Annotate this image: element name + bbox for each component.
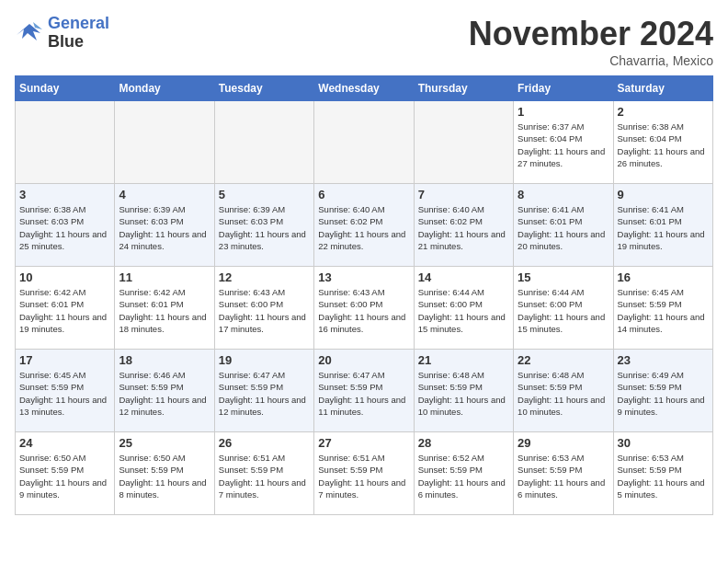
day-info: Sunrise: 6:39 AM Sunset: 6:03 PM Dayligh… [219, 203, 310, 252]
logo-text: General Blue [48, 15, 109, 52]
day-info: Sunrise: 6:42 AM Sunset: 6:01 PM Dayligh… [19, 286, 110, 335]
day-number: 11 [119, 270, 210, 284]
header-thursday: Thursday [414, 76, 513, 101]
header-wednesday: Wednesday [314, 76, 414, 101]
calendar-cell: 23Sunrise: 6:49 AM Sunset: 5:59 PM Dayli… [613, 350, 712, 432]
day-number: 14 [418, 270, 509, 284]
calendar-cell [214, 101, 313, 184]
calendar-cell: 30Sunrise: 6:53 AM Sunset: 5:59 PM Dayli… [613, 432, 712, 515]
calendar-cell: 25Sunrise: 6:50 AM Sunset: 5:59 PM Dayli… [115, 432, 214, 515]
calendar-week-row: 24Sunrise: 6:50 AM Sunset: 5:59 PM Dayli… [16, 432, 713, 515]
header-friday: Friday [514, 76, 613, 101]
calendar-cell [414, 101, 513, 184]
day-number: 3 [19, 188, 110, 201]
day-number: 22 [518, 353, 609, 367]
logo-icon [15, 20, 44, 46]
day-number: 9 [618, 188, 709, 201]
calendar-cell: 26Sunrise: 6:51 AM Sunset: 5:59 PM Dayli… [214, 432, 313, 515]
day-info: Sunrise: 6:50 AM Sunset: 5:59 PM Dayligh… [19, 452, 110, 500]
day-number: 10 [19, 270, 110, 284]
day-info: Sunrise: 6:40 AM Sunset: 6:02 PM Dayligh… [318, 203, 409, 252]
day-number: 13 [318, 270, 409, 284]
calendar-week-row: 1Sunrise: 6:37 AM Sunset: 6:04 PM Daylig… [16, 101, 713, 184]
day-info: Sunrise: 6:40 AM Sunset: 6:02 PM Dayligh… [418, 203, 509, 252]
calendar-cell: 28Sunrise: 6:52 AM Sunset: 5:59 PM Dayli… [414, 432, 513, 515]
calendar-cell: 1Sunrise: 6:37 AM Sunset: 6:04 PM Daylig… [514, 101, 613, 184]
calendar-cell: 22Sunrise: 6:48 AM Sunset: 5:59 PM Dayli… [514, 350, 613, 432]
day-number: 18 [119, 353, 210, 367]
day-number: 5 [219, 188, 310, 201]
calendar-table: SundayMondayTuesdayWednesdayThursdayFrid… [15, 75, 713, 515]
calendar-week-row: 17Sunrise: 6:45 AM Sunset: 5:59 PM Dayli… [16, 350, 713, 432]
day-number: 6 [318, 188, 409, 201]
day-info: Sunrise: 6:37 AM Sunset: 6:04 PM Dayligh… [518, 121, 609, 169]
calendar-week-row: 10Sunrise: 6:42 AM Sunset: 6:01 PM Dayli… [16, 267, 713, 350]
day-number: 17 [19, 353, 110, 367]
calendar-week-row: 3Sunrise: 6:38 AM Sunset: 6:03 PM Daylig… [16, 184, 713, 267]
day-info: Sunrise: 6:39 AM Sunset: 6:03 PM Dayligh… [119, 203, 210, 252]
day-number: 23 [618, 353, 709, 367]
header-saturday: Saturday [613, 76, 712, 101]
calendar-cell: 18Sunrise: 6:46 AM Sunset: 5:59 PM Dayli… [115, 350, 214, 432]
page-header: General Blue November 2024 Chavarria, Me… [15, 15, 713, 68]
month-title: November 2024 [469, 15, 713, 53]
calendar-cell: 12Sunrise: 6:43 AM Sunset: 6:00 PM Dayli… [214, 267, 313, 350]
calendar-cell: 9Sunrise: 6:41 AM Sunset: 6:01 PM Daylig… [613, 184, 712, 267]
day-info: Sunrise: 6:43 AM Sunset: 6:00 PM Dayligh… [219, 286, 310, 335]
day-number: 2 [618, 105, 709, 119]
calendar-cell: 8Sunrise: 6:41 AM Sunset: 6:01 PM Daylig… [514, 184, 613, 267]
day-number: 4 [119, 188, 210, 201]
header-monday: Monday [115, 76, 214, 101]
calendar-header-row: SundayMondayTuesdayWednesdayThursdayFrid… [16, 76, 713, 101]
day-info: Sunrise: 6:43 AM Sunset: 6:00 PM Dayligh… [318, 286, 409, 335]
calendar-cell: 5Sunrise: 6:39 AM Sunset: 6:03 PM Daylig… [214, 184, 313, 267]
day-number: 21 [418, 353, 509, 367]
day-number: 25 [119, 436, 210, 450]
day-info: Sunrise: 6:53 AM Sunset: 5:59 PM Dayligh… [618, 452, 709, 500]
day-info: Sunrise: 6:52 AM Sunset: 5:59 PM Dayligh… [418, 452, 509, 500]
calendar-cell: 21Sunrise: 6:48 AM Sunset: 5:59 PM Dayli… [414, 350, 513, 432]
calendar-cell: 17Sunrise: 6:45 AM Sunset: 5:59 PM Dayli… [16, 350, 115, 432]
day-number: 27 [318, 436, 409, 450]
calendar-cell: 10Sunrise: 6:42 AM Sunset: 6:01 PM Dayli… [16, 267, 115, 350]
calendar-cell [16, 101, 115, 184]
day-info: Sunrise: 6:47 AM Sunset: 5:59 PM Dayligh… [219, 369, 310, 418]
day-number: 28 [418, 436, 509, 450]
day-number: 7 [418, 188, 509, 201]
calendar-cell: 2Sunrise: 6:38 AM Sunset: 6:04 PM Daylig… [613, 101, 712, 184]
day-number: 12 [219, 270, 310, 284]
day-info: Sunrise: 6:49 AM Sunset: 5:59 PM Dayligh… [618, 369, 709, 418]
day-info: Sunrise: 6:42 AM Sunset: 6:01 PM Dayligh… [119, 286, 210, 335]
day-number: 15 [518, 270, 609, 284]
day-info: Sunrise: 6:45 AM Sunset: 5:59 PM Dayligh… [618, 286, 709, 335]
day-info: Sunrise: 6:44 AM Sunset: 6:00 PM Dayligh… [418, 286, 509, 335]
day-number: 8 [518, 188, 609, 201]
day-info: Sunrise: 6:53 AM Sunset: 5:59 PM Dayligh… [518, 452, 609, 500]
calendar-cell: 19Sunrise: 6:47 AM Sunset: 5:59 PM Dayli… [214, 350, 313, 432]
day-info: Sunrise: 6:41 AM Sunset: 6:01 PM Dayligh… [518, 203, 609, 252]
day-number: 24 [19, 436, 110, 450]
day-number: 16 [618, 270, 709, 284]
calendar-cell: 14Sunrise: 6:44 AM Sunset: 6:00 PM Dayli… [414, 267, 513, 350]
calendar-cell: 6Sunrise: 6:40 AM Sunset: 6:02 PM Daylig… [314, 184, 414, 267]
day-info: Sunrise: 6:48 AM Sunset: 5:59 PM Dayligh… [518, 369, 609, 418]
calendar-cell: 20Sunrise: 6:47 AM Sunset: 5:59 PM Dayli… [314, 350, 414, 432]
calendar-cell: 29Sunrise: 6:53 AM Sunset: 5:59 PM Dayli… [514, 432, 613, 515]
day-info: Sunrise: 6:51 AM Sunset: 5:59 PM Dayligh… [219, 452, 310, 500]
day-info: Sunrise: 6:50 AM Sunset: 5:59 PM Dayligh… [119, 452, 210, 500]
day-number: 30 [618, 436, 709, 450]
day-number: 29 [518, 436, 609, 450]
calendar-cell: 7Sunrise: 6:40 AM Sunset: 6:02 PM Daylig… [414, 184, 513, 267]
header-sunday: Sunday [16, 76, 115, 101]
calendar-cell [115, 101, 214, 184]
day-number: 1 [518, 105, 609, 119]
day-info: Sunrise: 6:45 AM Sunset: 5:59 PM Dayligh… [19, 369, 110, 418]
calendar-cell: 13Sunrise: 6:43 AM Sunset: 6:00 PM Dayli… [314, 267, 414, 350]
day-number: 19 [219, 353, 310, 367]
day-info: Sunrise: 6:38 AM Sunset: 6:03 PM Dayligh… [19, 203, 110, 252]
calendar-cell: 27Sunrise: 6:51 AM Sunset: 5:59 PM Dayli… [314, 432, 414, 515]
calendar-cell [314, 101, 414, 184]
title-section: November 2024 Chavarria, Mexico [469, 15, 713, 68]
day-info: Sunrise: 6:47 AM Sunset: 5:59 PM Dayligh… [318, 369, 409, 418]
day-info: Sunrise: 6:41 AM Sunset: 6:01 PM Dayligh… [618, 203, 709, 252]
